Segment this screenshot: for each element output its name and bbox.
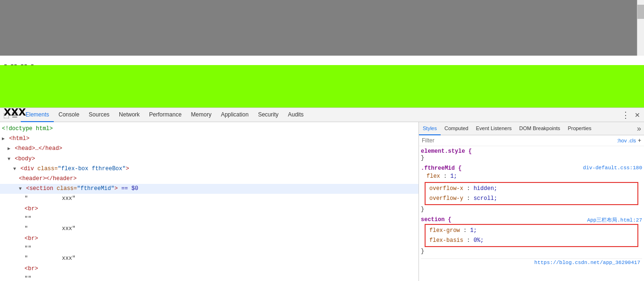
rule-selector-element: element.style { [421, 148, 642, 155]
dom-panel: <!doctype html> ▶ <html> ▶ <head>…</head… [0, 122, 419, 281]
styles-tab-properties[interactable]: Properties [564, 122, 595, 135]
rule-line-flex-basis: flex-basis : 0%; [427, 236, 636, 245]
val-flex-basis: 0%; [474, 237, 484, 244]
style-rule-section: section { App三栏布局.html:27 flex-grow : 1;… [421, 216, 642, 255]
dom-line-br2[interactable]: <br> [0, 234, 418, 244]
triangle-icon: ▼ [8, 157, 10, 162]
devtools-body: <!doctype html> ▶ <html> ▶ <head>…</head… [0, 122, 644, 281]
class-value: "flex-box fthreeBox" [58, 165, 125, 172]
colon-flex-basis: : [467, 237, 473, 244]
styles-tab-styles[interactable]: Styles [419, 122, 441, 135]
dom-line-html[interactable]: ▶ <html> [0, 134, 418, 144]
filter-bar: :hov .cls + [419, 135, 644, 146]
style-rule-fthreemid: .fthreeMid { div-default.css:180 flex : … [421, 165, 642, 213]
prop-flex-basis: flex-basis [429, 237, 463, 244]
styles-tab-event-listeners[interactable]: Event Listeners [472, 122, 516, 135]
style-rule-element: element.style { } [421, 148, 642, 161]
dom-line-head[interactable]: ▶ <head>…</head> [0, 144, 418, 154]
dom-line-header[interactable]: <header></header> [0, 174, 418, 184]
html-tag: <html> [9, 135, 29, 142]
brace-close2: } [421, 206, 424, 213]
rule-close-fthreemid: } [421, 206, 642, 213]
prop-overflow-x: overflow-x [429, 185, 463, 192]
dom-line-br3[interactable]: <br> [0, 264, 418, 274]
class-attr: class= [37, 165, 58, 172]
text-node3: " xxx" [25, 255, 75, 262]
br-tag1: <br> [25, 206, 38, 212]
dom-line-doctype[interactable]: <!doctype html> [0, 124, 418, 134]
filter-hints: :hov .cls [617, 138, 636, 143]
styles-tabs: Styles Computed Event Listeners DOM Brea… [419, 122, 644, 135]
empty-text2: "" [25, 245, 31, 252]
colon-overflow-x: : [467, 185, 473, 192]
viewport-content: XXX XXX xxx [0, 56, 644, 107]
empty-text3: "" [25, 275, 31, 281]
class-attr2: class= [57, 185, 77, 192]
overflow-highlight-block: overflow-x : hidden; overflow-y : scroll… [425, 182, 638, 205]
triangle-icon: ▼ [13, 166, 16, 172]
br-tag3: <br> [25, 265, 38, 272]
dom-line-section[interactable]: ▼ <section class="fthreeMid"> == $0 [0, 184, 418, 194]
filter-input[interactable] [422, 137, 617, 144]
dom-line-text3[interactable]: " xxx" [0, 254, 418, 264]
url-reference: https://blog.csdn.net/app_36290417 [421, 258, 642, 266]
styles-tab-dom-breakpoints[interactable]: DOM Breakpoints [516, 122, 564, 135]
val-overflow-x: hidden; [474, 185, 497, 192]
div-close: > [125, 165, 129, 172]
styles-tab-computed[interactable]: Computed [441, 122, 472, 135]
dom-line-empty2[interactable]: "" [0, 244, 418, 254]
dom-line-body[interactable]: ▼ <body> [0, 154, 418, 164]
section-highlight-block: flex-grow : 1; flex-basis : 0%; [425, 224, 638, 247]
rule-header-section: section { App三栏布局.html:27 [421, 216, 642, 223]
triangle-icon: ▼ [19, 186, 22, 191]
styles-content[interactable]: element.style { } .fthreeMid { div-defau… [419, 146, 644, 281]
selector-section: section { [421, 216, 452, 223]
rule-line-flex-grow: flex-grow : 1; [427, 226, 636, 235]
colon-overflow-y: : [467, 195, 473, 202]
head-tag: <head>…</head> [15, 145, 62, 152]
triangle-icon: ▶ [2, 136, 5, 141]
colon-flex: : [443, 173, 450, 180]
pseudo-marker: == $0 [121, 185, 138, 192]
section-close: > [114, 185, 117, 192]
rule-close-element: } [421, 155, 642, 161]
dom-tree[interactable]: <!doctype html> ▶ <html> ▶ <head>…</head… [0, 122, 418, 281]
dom-line-empty3[interactable]: "" [0, 274, 418, 281]
section-tag: <section [26, 185, 57, 192]
rule-close-section: } [421, 248, 642, 255]
br-tag2: <br> [25, 235, 38, 242]
scrollbar-thumb[interactable] [637, 5, 644, 19]
styles-more-icon[interactable]: » [634, 124, 644, 133]
dom-line-empty1[interactable]: "" [0, 214, 418, 224]
prop-flex: flex [427, 173, 440, 180]
prop-overflow-y: overflow-y [429, 195, 463, 202]
source-fthreemid: div-default.css:180 [583, 165, 642, 171]
dom-line-text2[interactable]: " xxx" [0, 224, 418, 234]
dom-line-text1[interactable]: " xxx" [0, 194, 418, 204]
devtools-panel: ⬚ ☰ Elements Console Sources Network Per… [0, 107, 644, 281]
colon-flex-grow: : [463, 227, 470, 234]
filter-separator: + [638, 137, 641, 144]
class-value2: "fthreeMid" [77, 185, 114, 192]
text-node2: " xxx" [25, 225, 75, 232]
val-flex: 1; [450, 173, 457, 180]
val-overflow-y: scroll; [474, 195, 497, 202]
selector-fthreemid: .fthreeMid { [421, 165, 461, 172]
brace-close: } [421, 155, 424, 161]
dom-line-br1[interactable]: <br> [0, 204, 418, 214]
body-tag: <body> [15, 156, 35, 162]
selector-text: element.style { [421, 148, 472, 155]
header-tag: <header></header> [19, 175, 76, 182]
val-flex-grow: 1; [470, 227, 477, 234]
source-section: App三栏布局.html:27 [587, 216, 642, 223]
dom-line-div[interactable]: ▼ <div class="flex-box fthreeBox"> [0, 164, 418, 174]
triangle-icon: ▶ [8, 146, 10, 151]
rule-header-fthreemid: .fthreeMid { div-default.css:180 [421, 165, 642, 172]
text-node1: " xxx" [25, 195, 75, 202]
prop-flex-grow: flex-grow [429, 227, 460, 234]
rule-line-overflow-x: overflow-x : hidden; [427, 184, 636, 193]
green-section [0, 65, 644, 107]
rule-line-overflow-y: overflow-y : scroll; [427, 194, 636, 203]
styles-panel: Styles Computed Event Listeners DOM Brea… [419, 122, 644, 281]
browser-viewport: XXX XXX xxx [0, 0, 644, 107]
